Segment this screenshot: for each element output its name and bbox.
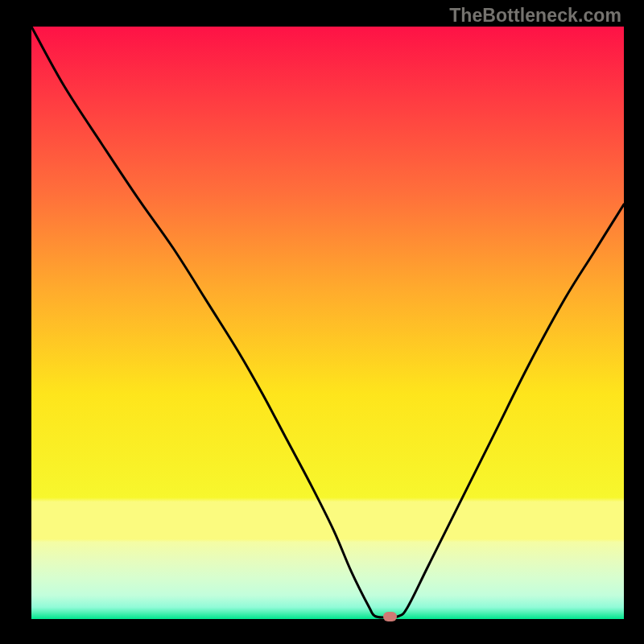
watermark: TheBottleneck.com: [449, 5, 621, 27]
curve-layer: [31, 27, 624, 619]
plot-area: [31, 27, 624, 619]
bottleneck-curve: [31, 27, 624, 617]
chart-frame: TheBottleneck.com: [0, 0, 644, 644]
optimum-marker: [383, 612, 397, 621]
